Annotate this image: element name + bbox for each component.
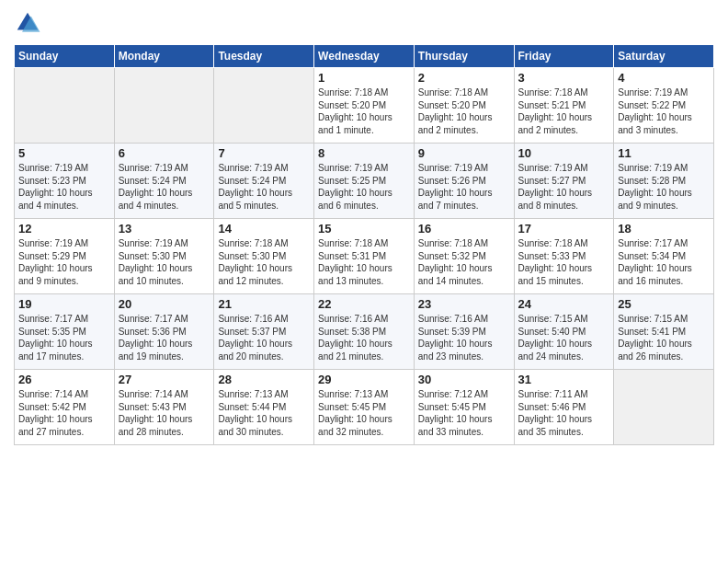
day-cell: 23Sunrise: 7:16 AM Sunset: 5:39 PM Dayli… <box>414 294 514 370</box>
header <box>14 9 714 37</box>
day-cell: 14Sunrise: 7:18 AM Sunset: 5:30 PM Dayli… <box>214 219 314 294</box>
header-day-monday: Monday <box>114 45 214 68</box>
day-number: 1 <box>318 71 410 85</box>
week-row-3: 12Sunrise: 7:19 AM Sunset: 5:29 PM Dayli… <box>15 219 714 294</box>
day-info: Sunrise: 7:19 AM Sunset: 5:27 PM Dayligh… <box>518 162 610 212</box>
day-number: 12 <box>18 222 110 236</box>
day-info: Sunrise: 7:18 AM Sunset: 5:21 PM Dayligh… <box>518 86 610 136</box>
week-row-5: 26Sunrise: 7:14 AM Sunset: 5:42 PM Dayli… <box>15 370 714 445</box>
day-number: 31 <box>518 373 610 386</box>
day-cell: 28Sunrise: 7:13 AM Sunset: 5:44 PM Dayli… <box>214 370 314 445</box>
day-cell: 26Sunrise: 7:14 AM Sunset: 5:42 PM Dayli… <box>15 370 115 445</box>
day-cell: 10Sunrise: 7:19 AM Sunset: 5:27 PM Dayli… <box>514 144 614 219</box>
day-cell <box>15 68 115 144</box>
day-number: 25 <box>618 297 710 311</box>
day-info: Sunrise: 7:18 AM Sunset: 5:31 PM Dayligh… <box>318 237 410 287</box>
day-cell: 16Sunrise: 7:18 AM Sunset: 5:32 PM Dayli… <box>414 219 514 294</box>
header-day-wednesday: Wednesday <box>314 45 415 68</box>
week-row-2: 5Sunrise: 7:19 AM Sunset: 5:23 PM Daylig… <box>15 144 714 219</box>
day-cell: 27Sunrise: 7:14 AM Sunset: 5:43 PM Dayli… <box>114 370 214 445</box>
day-number: 29 <box>318 373 410 386</box>
day-number: 10 <box>518 146 610 160</box>
day-cell: 22Sunrise: 7:16 AM Sunset: 5:38 PM Dayli… <box>314 294 415 370</box>
day-number: 13 <box>119 222 210 236</box>
week-row-1: 1Sunrise: 7:18 AM Sunset: 5:20 PM Daylig… <box>15 68 714 144</box>
day-cell: 8Sunrise: 7:19 AM Sunset: 5:25 PM Daylig… <box>314 144 415 219</box>
days-header-row: SundayMondayTuesdayWednesdayThursdayFrid… <box>15 45 714 68</box>
header-day-sunday: Sunday <box>15 45 115 68</box>
day-number: 14 <box>218 222 310 236</box>
day-cell: 6Sunrise: 7:19 AM Sunset: 5:24 PM Daylig… <box>114 144 214 219</box>
day-cell: 9Sunrise: 7:19 AM Sunset: 5:26 PM Daylig… <box>414 144 514 219</box>
day-info: Sunrise: 7:16 AM Sunset: 5:39 PM Dayligh… <box>418 313 510 362</box>
day-info: Sunrise: 7:19 AM Sunset: 5:28 PM Dayligh… <box>618 162 710 212</box>
day-number: 9 <box>418 146 510 160</box>
day-info: Sunrise: 7:19 AM Sunset: 5:24 PM Dayligh… <box>218 162 310 212</box>
day-info: Sunrise: 7:19 AM Sunset: 5:24 PM Dayligh… <box>119 162 210 212</box>
day-info: Sunrise: 7:14 AM Sunset: 5:42 PM Dayligh… <box>18 388 110 438</box>
day-number: 21 <box>218 297 310 311</box>
day-number: 19 <box>18 297 110 311</box>
day-cell: 15Sunrise: 7:18 AM Sunset: 5:31 PM Dayli… <box>314 219 415 294</box>
day-info: Sunrise: 7:13 AM Sunset: 5:45 PM Dayligh… <box>318 388 410 438</box>
day-info: Sunrise: 7:18 AM Sunset: 5:30 PM Dayligh… <box>218 237 310 287</box>
day-info: Sunrise: 7:18 AM Sunset: 5:20 PM Dayligh… <box>318 86 410 136</box>
day-number: 3 <box>518 71 610 85</box>
day-cell: 1Sunrise: 7:18 AM Sunset: 5:20 PM Daylig… <box>314 68 415 144</box>
day-cell: 11Sunrise: 7:19 AM Sunset: 5:28 PM Dayli… <box>614 144 714 219</box>
day-number: 17 <box>518 222 610 236</box>
day-cell: 20Sunrise: 7:17 AM Sunset: 5:36 PM Dayli… <box>114 294 214 370</box>
day-number: 27 <box>119 373 210 386</box>
day-number: 24 <box>518 297 610 311</box>
week-row-4: 19Sunrise: 7:17 AM Sunset: 5:35 PM Dayli… <box>15 294 714 370</box>
day-number: 26 <box>18 373 110 386</box>
day-info: Sunrise: 7:19 AM Sunset: 5:23 PM Dayligh… <box>18 162 110 212</box>
day-number: 28 <box>218 373 310 386</box>
day-cell: 5Sunrise: 7:19 AM Sunset: 5:23 PM Daylig… <box>15 144 115 219</box>
day-cell: 13Sunrise: 7:19 AM Sunset: 5:30 PM Dayli… <box>114 219 214 294</box>
day-info: Sunrise: 7:15 AM Sunset: 5:41 PM Dayligh… <box>618 313 710 362</box>
day-cell: 25Sunrise: 7:15 AM Sunset: 5:41 PM Dayli… <box>614 294 714 370</box>
day-cell <box>214 68 314 144</box>
day-number: 16 <box>418 222 510 236</box>
day-number: 2 <box>418 71 510 85</box>
day-cell <box>114 68 214 144</box>
day-info: Sunrise: 7:12 AM Sunset: 5:45 PM Dayligh… <box>418 388 510 438</box>
day-cell: 17Sunrise: 7:18 AM Sunset: 5:33 PM Dayli… <box>514 219 614 294</box>
day-info: Sunrise: 7:13 AM Sunset: 5:44 PM Dayligh… <box>218 388 310 438</box>
day-info: Sunrise: 7:19 AM Sunset: 5:26 PM Dayligh… <box>418 162 510 212</box>
day-info: Sunrise: 7:19 AM Sunset: 5:30 PM Dayligh… <box>119 237 210 287</box>
day-number: 20 <box>119 297 210 311</box>
day-cell: 12Sunrise: 7:19 AM Sunset: 5:29 PM Dayli… <box>15 219 115 294</box>
day-info: Sunrise: 7:18 AM Sunset: 5:32 PM Dayligh… <box>418 237 510 287</box>
day-cell: 24Sunrise: 7:15 AM Sunset: 5:40 PM Dayli… <box>514 294 614 370</box>
day-cell <box>614 370 714 445</box>
day-cell: 2Sunrise: 7:18 AM Sunset: 5:20 PM Daylig… <box>414 68 514 144</box>
day-number: 22 <box>318 297 410 311</box>
day-cell: 29Sunrise: 7:13 AM Sunset: 5:45 PM Dayli… <box>314 370 415 445</box>
day-number: 15 <box>318 222 410 236</box>
day-info: Sunrise: 7:19 AM Sunset: 5:22 PM Dayligh… <box>618 86 710 136</box>
day-number: 18 <box>618 222 710 236</box>
day-info: Sunrise: 7:17 AM Sunset: 5:35 PM Dayligh… <box>18 313 110 362</box>
day-number: 11 <box>618 146 710 160</box>
day-cell: 18Sunrise: 7:17 AM Sunset: 5:34 PM Dayli… <box>614 219 714 294</box>
day-info: Sunrise: 7:11 AM Sunset: 5:46 PM Dayligh… <box>518 388 610 438</box>
day-cell: 7Sunrise: 7:19 AM Sunset: 5:24 PM Daylig… <box>214 144 314 219</box>
day-info: Sunrise: 7:17 AM Sunset: 5:34 PM Dayligh… <box>618 237 710 287</box>
day-cell: 30Sunrise: 7:12 AM Sunset: 5:45 PM Dayli… <box>414 370 514 445</box>
day-number: 8 <box>318 146 410 160</box>
day-cell: 4Sunrise: 7:19 AM Sunset: 5:22 PM Daylig… <box>614 68 714 144</box>
logo <box>14 9 45 37</box>
day-cell: 3Sunrise: 7:18 AM Sunset: 5:21 PM Daylig… <box>514 68 614 144</box>
day-number: 30 <box>418 373 510 386</box>
header-day-saturday: Saturday <box>614 45 714 68</box>
day-number: 5 <box>18 146 110 160</box>
day-info: Sunrise: 7:19 AM Sunset: 5:29 PM Dayligh… <box>18 237 110 287</box>
day-cell: 31Sunrise: 7:11 AM Sunset: 5:46 PM Dayli… <box>514 370 614 445</box>
day-info: Sunrise: 7:18 AM Sunset: 5:33 PM Dayligh… <box>518 237 610 287</box>
day-cell: 21Sunrise: 7:16 AM Sunset: 5:37 PM Dayli… <box>214 294 314 370</box>
day-info: Sunrise: 7:18 AM Sunset: 5:20 PM Dayligh… <box>418 86 510 136</box>
header-day-friday: Friday <box>514 45 614 68</box>
day-number: 4 <box>618 71 710 85</box>
